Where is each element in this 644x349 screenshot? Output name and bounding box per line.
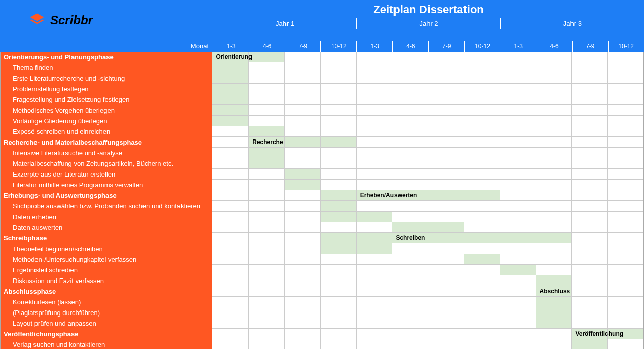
gantt-cell [392, 158, 428, 169]
gantt-cell [248, 201, 284, 212]
gantt-cell [392, 318, 428, 329]
gantt-cell [356, 73, 392, 84]
gantt-cell [248, 212, 284, 222]
gantt-row: Orientierung [212, 52, 643, 62]
gantt-cell [428, 275, 464, 286]
gantt-cell [212, 243, 248, 254]
gantt-cell [536, 148, 572, 158]
gantt-cell [356, 275, 392, 286]
gantt-cell [356, 307, 392, 318]
gantt-cell [428, 116, 464, 126]
gantt-cell [500, 116, 536, 126]
gantt-cell [536, 105, 572, 116]
gantt-cell [284, 137, 320, 148]
phase-bar-label: Veröffentlichung [572, 329, 623, 339]
gantt-cell [464, 318, 500, 329]
gantt-cell [464, 222, 500, 233]
gantt-cell [500, 286, 536, 297]
gantt-cell [607, 126, 643, 137]
gantt-cell [212, 233, 248, 243]
gantt-cell [571, 222, 607, 233]
gantt-cell [607, 212, 643, 222]
gantt-cell [571, 254, 607, 265]
gantt-cell [536, 212, 572, 222]
gantt-cell [320, 73, 356, 84]
gantt-row [212, 243, 643, 254]
gantt-cell [248, 297, 284, 307]
gantt-cell [248, 94, 284, 105]
gantt-cell [464, 148, 500, 158]
gantt-cell [607, 318, 643, 329]
gantt-cell [571, 286, 607, 297]
gantt-cell [284, 275, 320, 286]
gantt-cell [356, 126, 392, 137]
gantt-cell [392, 243, 428, 254]
gantt-cell [607, 180, 643, 190]
gantt-cell [536, 318, 572, 329]
gantt-cell [392, 329, 428, 339]
gantt-cell [464, 254, 500, 265]
gantt-cell [212, 286, 248, 297]
gantt-cell [500, 84, 536, 94]
gantt-cell [320, 275, 356, 286]
month-header: 7-9 [428, 41, 464, 52]
gantt-cell [464, 137, 500, 148]
gantt-cell [320, 254, 356, 265]
gantt-cell [607, 84, 643, 94]
gantt-cell [248, 105, 284, 116]
gantt-cell [571, 62, 607, 73]
gantt-cell [500, 318, 536, 329]
gantt-cell [356, 148, 392, 158]
gantt-cell [571, 180, 607, 190]
gantt-cell [284, 84, 320, 94]
gantt-grid: OrientierungRechercheErheben/AuswertenSc… [212, 52, 643, 349]
gantt-cell [571, 116, 607, 126]
gantt-cell [571, 73, 607, 84]
phase-bar-label: Erheben/Auswerten [357, 190, 417, 201]
gantt-row [212, 73, 643, 84]
task-label: Daten erheben [1, 212, 212, 222]
gantt-cell [356, 180, 392, 190]
gantt-cell [320, 329, 356, 339]
gantt-row [212, 116, 643, 126]
task-label: Stichprobe auswählen bzw. Probanden such… [1, 201, 212, 212]
gantt-cell [428, 62, 464, 73]
gantt-cell [464, 105, 500, 116]
gantt-cell [464, 73, 500, 84]
gantt-cell [356, 318, 392, 329]
gantt-cell [536, 339, 572, 349]
month-axis-label: Monat [0, 41, 213, 52]
gantt-cell [320, 105, 356, 116]
gantt-cell [428, 137, 464, 148]
gantt-cell [607, 73, 643, 84]
gantt-cell [428, 329, 464, 339]
gantt-cell [392, 169, 428, 180]
gantt-cell [500, 73, 536, 84]
gantt-cell [536, 180, 572, 190]
gantt-cell [536, 73, 572, 84]
gantt-cell [607, 148, 643, 158]
gantt-cell: Erheben/Auswerten [356, 190, 392, 201]
logo: Scribbr [0, 0, 213, 41]
gantt-cell [320, 212, 356, 222]
gantt-cell [428, 286, 464, 297]
gantt-cell [392, 339, 428, 349]
gantt-cell [607, 265, 643, 275]
gantt-cell [212, 158, 248, 169]
gantt-cell [212, 307, 248, 318]
task-label: (Plagiatsprüfung durchführen) [1, 307, 212, 318]
gantt-cell [428, 339, 464, 349]
gantt-row [212, 148, 643, 158]
phase-bar-label: Recherche [249, 137, 283, 148]
gantt-cell [356, 286, 392, 297]
gantt-cell [500, 329, 536, 339]
gantt-cell [284, 329, 320, 339]
gantt-cell [428, 254, 464, 265]
month-header: 1-3 [356, 41, 392, 52]
task-label: Verlag suchen und kontaktieren [1, 339, 212, 349]
task-label: Intensive Literatursuche und -analyse [1, 148, 212, 158]
gantt-cell [248, 254, 284, 265]
gantt-cell [500, 233, 536, 243]
header: Scribbr Zeitplan Dissertation Jahr 1Jahr… [0, 0, 644, 41]
gantt-cell [500, 169, 536, 180]
